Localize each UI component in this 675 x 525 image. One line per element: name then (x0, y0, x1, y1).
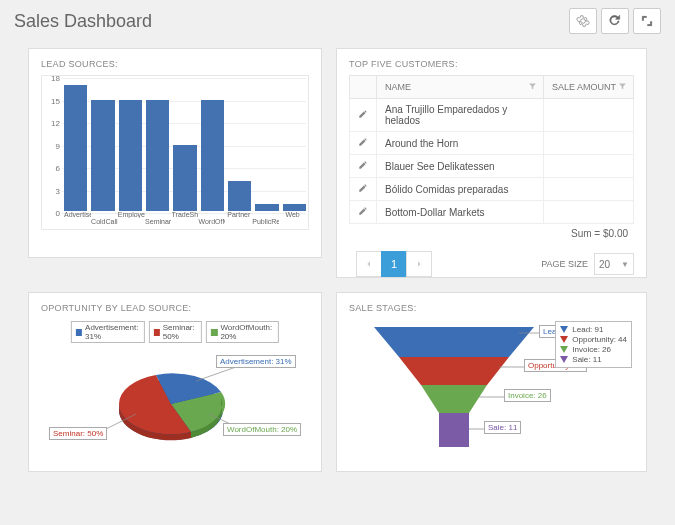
amount-cell (544, 99, 634, 132)
sale-stages-panel: SALE STAGES: Lead: 91 Opportunity: 44 In… (336, 292, 647, 472)
svg-marker-5 (399, 357, 509, 385)
amount-cell (544, 155, 634, 178)
svg-marker-4 (374, 327, 534, 357)
pager-prev[interactable] (356, 251, 382, 277)
name-cell: Blauer See Delikatessen (377, 155, 544, 178)
filter-icon[interactable] (618, 82, 627, 91)
panel-title: SALE STAGES: (349, 303, 634, 313)
bar (91, 100, 114, 211)
gear-icon (576, 14, 590, 28)
chevron-left-icon (365, 260, 373, 268)
pencil-icon (358, 206, 368, 216)
callout-wom: WordOfMouth: 20% (223, 423, 301, 436)
name-cell: Ana Trujillo Emparedados y helados (377, 99, 544, 132)
expand-icon (640, 14, 654, 28)
edit-cell[interactable] (350, 201, 377, 224)
sum-row: Sum = $0.00 (349, 224, 634, 243)
name-cell: Around the Horn (377, 132, 544, 155)
page-size-label: PAGE SIZE (541, 259, 588, 269)
edit-cell[interactable] (350, 155, 377, 178)
pager: 1 PAGE SIZE 20▼ (349, 251, 634, 277)
bar (283, 204, 306, 211)
bar (64, 85, 87, 211)
chevron-down-icon: ▼ (621, 260, 629, 269)
expand-button[interactable] (633, 8, 661, 34)
funnel-legend: Lead: 91 Opportunity: 44 Invoice: 26 Sal… (555, 321, 632, 368)
amount-cell (544, 201, 634, 224)
refresh-button[interactable] (601, 8, 629, 34)
pencil-icon (358, 137, 368, 147)
legend-item: WordOfMouth: 20% (206, 321, 279, 343)
legend-item: Advertisement: 31% (71, 321, 145, 343)
legend-item: Seminar: 50% (149, 321, 202, 343)
bar (119, 100, 142, 211)
pencil-icon (358, 183, 368, 193)
amount-cell (544, 178, 634, 201)
sale-stages-funnel: Lead: 91 Opportunity: 44 Invoice: 26 Sal… (349, 319, 634, 464)
edit-cell[interactable] (350, 178, 377, 201)
pencil-icon (358, 109, 368, 119)
bar (228, 181, 251, 211)
table-row[interactable]: Bottom-Dollar Markets (350, 201, 634, 224)
callout-adv: Advertisement: 31% (216, 355, 296, 368)
pager-page-1[interactable]: 1 (381, 251, 407, 277)
opportunity-pie-chart: Advertisement: 31% Seminar: 50% WordOfMo… (41, 319, 309, 464)
table-row[interactable]: Around the Horn (350, 132, 634, 155)
edit-cell[interactable] (350, 132, 377, 155)
lead-sources-panel: LEAD SOURCES: 0369121518AdvertisementEmp… (28, 48, 322, 258)
top-customers-panel: TOP FIVE CUSTOMERS: NAME SALE AMOUNT Ana… (336, 48, 647, 278)
pager-next[interactable] (406, 251, 432, 277)
table-row[interactable]: Bólido Comidas preparadas (350, 178, 634, 201)
col-name[interactable]: NAME (377, 76, 544, 99)
name-cell: Bottom-Dollar Markets (377, 201, 544, 224)
callout-sale: Sale: 11 (484, 421, 521, 434)
callout-sem: Seminar: 50% (49, 427, 107, 440)
lead-sources-chart: 0369121518AdvertisementEmployeeReferralT… (41, 75, 309, 230)
page-size-select[interactable]: 20▼ (594, 253, 634, 275)
bar (146, 100, 169, 211)
customers-table: NAME SALE AMOUNT Ana Trujillo Emparedado… (349, 75, 634, 224)
page-header: Sales Dashboard (0, 0, 675, 38)
table-row[interactable]: Blauer See Delikatessen (350, 155, 634, 178)
panel-title: TOP FIVE CUSTOMERS: (349, 59, 634, 69)
name-cell: Bólido Comidas preparadas (377, 178, 544, 201)
col-amount[interactable]: SALE AMOUNT (544, 76, 634, 99)
col-edit (350, 76, 377, 99)
panel-title: OPORTUNITY BY LEAD SOURCE: (41, 303, 309, 313)
callout-inv: Invoice: 26 (504, 389, 551, 402)
svg-marker-6 (421, 385, 487, 413)
page-title: Sales Dashboard (14, 11, 569, 32)
svg-marker-7 (439, 413, 469, 447)
refresh-icon (608, 14, 622, 28)
bar (201, 100, 224, 211)
svg-line-1 (196, 367, 236, 381)
edit-cell[interactable] (350, 99, 377, 132)
pencil-icon (358, 160, 368, 170)
filter-icon[interactable] (528, 82, 537, 91)
amount-cell (544, 132, 634, 155)
table-row[interactable]: Ana Trujillo Emparedados y helados (350, 99, 634, 132)
chevron-right-icon (415, 260, 423, 268)
bar (173, 145, 196, 212)
settings-button[interactable] (569, 8, 597, 34)
panel-title: LEAD SOURCES: (41, 59, 309, 69)
opportunity-panel: OPORTUNITY BY LEAD SOURCE: Advertisement… (28, 292, 322, 472)
bar (255, 204, 278, 211)
